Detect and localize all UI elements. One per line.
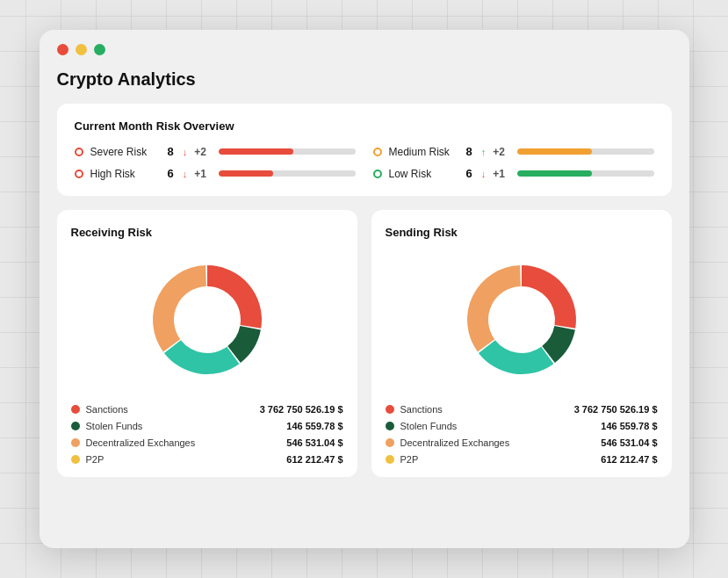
risk-dot-low xyxy=(373,170,382,178)
app-window: Crypto Analytics Current Month Risk Over… xyxy=(40,30,689,548)
minimize-button[interactable] xyxy=(76,44,87,55)
legend-row: P2P612 212.47 $ xyxy=(71,454,343,465)
titlebar xyxy=(40,30,689,62)
legend-left: Decentralized Exchanges xyxy=(386,437,510,448)
legend-color-dot xyxy=(386,438,394,447)
legend-label: Stolen Funds xyxy=(86,421,143,431)
receiving-risk-title: Receiving Risk xyxy=(71,226,343,239)
risk-bar-container-low xyxy=(517,170,654,177)
legend-label: P2P xyxy=(86,454,105,465)
legend-left: Stolen Funds xyxy=(386,421,458,431)
receiving-donut-chart xyxy=(137,249,278,390)
legend-row: Decentralized Exchanges546 531.04 $ xyxy=(386,437,658,448)
risk-count-high: 6 xyxy=(168,167,174,180)
risk-count-medium: 8 xyxy=(466,145,472,158)
legend-left: Decentralized Exchanges xyxy=(71,437,196,448)
legend-label: Decentralized Exchanges xyxy=(86,437,196,448)
risk-overview-title: Current Month Risk Overview xyxy=(75,119,654,133)
legend-label: Sanctions xyxy=(86,404,128,415)
maximize-button[interactable] xyxy=(94,44,105,55)
sending-risk-card: Sending Risk Sanctions3 762 750 526.19 $… xyxy=(371,210,672,477)
risk-grid: Severe Risk8↓+2Medium Risk8↑+2High Risk6… xyxy=(75,145,654,180)
risk-bar-container-medium xyxy=(517,148,654,155)
risk-overview-card: Current Month Risk Overview Severe Risk8… xyxy=(57,104,672,196)
risk-dot-medium xyxy=(373,148,382,156)
risk-count-low: 6 xyxy=(466,167,472,180)
risk-bar-fill-medium xyxy=(517,148,593,155)
legend-label: Sanctions xyxy=(400,404,443,415)
risk-bar-container-high xyxy=(219,170,356,177)
legend-value: 612 212.47 $ xyxy=(601,454,657,465)
legend-left: Sanctions xyxy=(71,404,128,415)
risk-label-medium: Medium Risk xyxy=(389,146,459,158)
risk-label-high: High Risk xyxy=(90,168,161,180)
risk-arrow-medium: ↑ xyxy=(481,147,487,157)
legend-label: P2P xyxy=(400,454,419,465)
legend-left: Sanctions xyxy=(386,404,443,415)
risk-bar-fill-low xyxy=(517,170,593,177)
risk-label-severe: Severe Risk xyxy=(90,146,161,158)
legend-left: P2P xyxy=(386,454,419,465)
legend-value: 146 559.78 $ xyxy=(286,421,342,431)
sending-donut-chart xyxy=(451,249,592,390)
legend-value: 612 212.47 $ xyxy=(286,454,342,465)
risk-arrow-high: ↓ xyxy=(183,169,188,179)
sending-risk-title: Sending Risk xyxy=(386,226,658,239)
receiving-donut-wrap xyxy=(71,249,343,390)
risk-arrow-severe: ↓ xyxy=(183,147,188,157)
sending-legend: Sanctions3 762 750 526.19 $Stolen Funds1… xyxy=(386,404,658,465)
legend-color-dot xyxy=(386,422,394,430)
legend-color-dot xyxy=(71,422,80,430)
legend-value: 146 559.78 $ xyxy=(601,421,657,431)
legend-row: Sanctions3 762 750 526.19 $ xyxy=(386,404,658,415)
app-title: Crypto Analytics xyxy=(40,62,689,104)
risk-delta-severe: +2 xyxy=(194,146,206,158)
receiving-legend: Sanctions3 762 750 526.19 $Stolen Funds1… xyxy=(71,404,343,465)
receiving-risk-card: Receiving Risk Sanctions3 762 750 526.19… xyxy=(57,210,357,477)
sending-donut-wrap xyxy=(386,249,658,390)
risk-delta-medium: +2 xyxy=(493,146,505,158)
legend-value: 546 531.04 $ xyxy=(601,437,657,448)
legend-label: Decentralized Exchanges xyxy=(400,437,510,448)
legend-left: P2P xyxy=(71,454,105,465)
legend-row: Sanctions3 762 750 526.19 $ xyxy=(71,404,343,415)
legend-value: 3 762 750 526.19 $ xyxy=(260,404,343,415)
legend-color-dot xyxy=(71,405,80,414)
close-button[interactable] xyxy=(57,44,68,55)
legend-row: Stolen Funds146 559.78 $ xyxy=(71,421,343,431)
legend-color-dot xyxy=(71,455,80,464)
risk-bar-fill-high xyxy=(219,170,273,177)
legend-label: Stolen Funds xyxy=(400,421,458,431)
risk-label-low: Low Risk xyxy=(389,168,459,180)
legend-row: P2P612 212.47 $ xyxy=(386,454,658,465)
risk-row-low: Low Risk6↓+1 xyxy=(373,167,654,180)
legend-color-dot xyxy=(71,438,80,447)
risk-delta-high: +1 xyxy=(194,168,206,180)
risk-bar-fill-severe xyxy=(219,148,294,155)
legend-row: Decentralized Exchanges546 531.04 $ xyxy=(71,437,343,448)
risk-arrow-low: ↓ xyxy=(481,169,487,179)
legend-value: 546 531.04 $ xyxy=(286,437,342,448)
charts-row: Receiving Risk Sanctions3 762 750 526.19… xyxy=(57,210,672,477)
legend-color-dot xyxy=(386,455,394,464)
risk-count-severe: 8 xyxy=(168,145,174,158)
legend-value: 3 762 750 526.19 $ xyxy=(574,404,658,415)
risk-bar-container-severe xyxy=(219,148,356,155)
main-content: Current Month Risk Overview Severe Risk8… xyxy=(40,104,689,477)
risk-dot-high xyxy=(75,170,83,178)
risk-delta-low: +1 xyxy=(493,168,505,180)
risk-row-high: High Risk6↓+1 xyxy=(75,167,356,180)
legend-color-dot xyxy=(386,405,394,414)
risk-row-severe: Severe Risk8↓+2 xyxy=(75,145,356,158)
risk-dot-severe xyxy=(75,148,83,156)
legend-row: Stolen Funds146 559.78 $ xyxy=(386,421,658,431)
legend-left: Stolen Funds xyxy=(71,421,143,431)
risk-row-medium: Medium Risk8↑+2 xyxy=(373,145,654,158)
